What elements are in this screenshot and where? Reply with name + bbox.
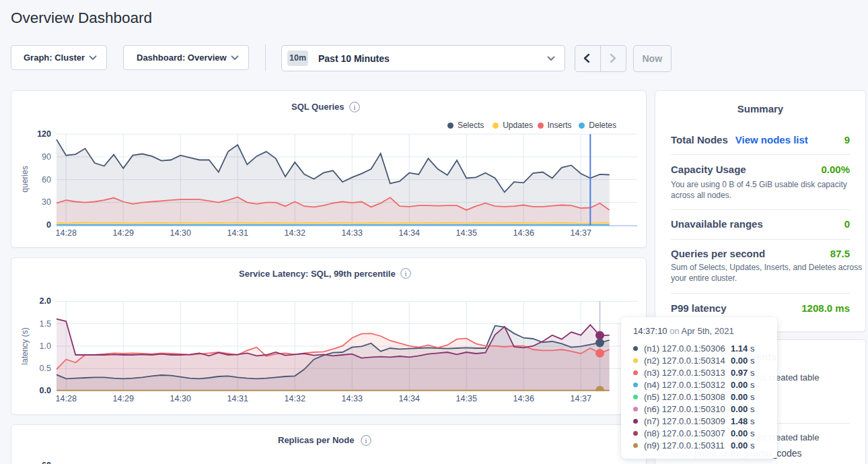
svg-text:i: i <box>365 436 367 444</box>
